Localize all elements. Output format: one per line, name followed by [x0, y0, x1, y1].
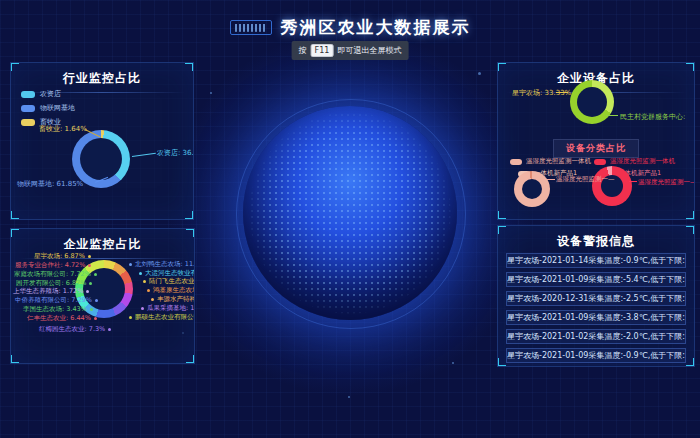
- alarm-row: 星宇农场-2021-01-02采集温度:-2.0℃,低于下限:0℃: [506, 329, 686, 344]
- corner-bracket: [497, 225, 506, 234]
- corner-bracket: [10, 62, 19, 71]
- alarm-row: 星宇农场-2021-01-09采集温度:-3.8℃,低于下限:0℃: [506, 310, 686, 325]
- chart-label: 仁丰生态农业: 6.44%: [27, 314, 97, 323]
- legend-swatch: [510, 159, 522, 165]
- f11-key: F11: [311, 44, 334, 57]
- leader-line: [547, 179, 555, 180]
- legend-item[interactable]: 温湿度光照监测一体机: [510, 157, 591, 166]
- chart-label: 家庭农场有限公司: 7.72%: [14, 270, 97, 279]
- chart-label: 温湿度光照监测一—: [556, 175, 615, 184]
- corner-bracket: [186, 228, 195, 237]
- corner-bracket: [686, 62, 695, 71]
- corner-bracket: [497, 358, 506, 367]
- corner-bracket: [185, 211, 194, 220]
- leader-line: [606, 115, 618, 116]
- chart-label: 鸿基原生态农场: 4.29%: [147, 286, 195, 295]
- chart-label: 上华生态养殖场: 1.72%: [13, 287, 89, 296]
- corner-bracket: [497, 211, 506, 220]
- legend-swatch: [21, 119, 35, 126]
- dashboard: 秀洲区农业大数据展示 按 F11 即可退出全屏模式 行业监控占比 农资店 物联网…: [0, 0, 700, 438]
- page-title: 秀洲区农业大数据展示: [281, 16, 471, 39]
- globe-dot-map: [249, 112, 451, 314]
- fullscreen-tip: 按 F11 即可退出全屏模式: [292, 41, 409, 60]
- chart-label: 温湿度光照监测一—: [638, 178, 695, 187]
- corner-bracket: [686, 225, 695, 234]
- legend-item[interactable]: 农资店: [21, 89, 75, 99]
- chart-label: 丰源水产特种养殖场: 1.: [151, 295, 195, 304]
- tip-text-prefix: 按: [299, 45, 307, 56]
- chart-label: 鹏硕生态农业有限公司: 6.87%: [129, 313, 195, 322]
- legend-label: 物联网基地: [40, 103, 75, 113]
- alarm-row: 星宇农场-2021-01-14采集温度:-0.9℃,低于下限:0℃: [506, 253, 686, 268]
- legend-swatch: [594, 159, 606, 165]
- legend-swatch: [21, 91, 35, 98]
- donut-hole: [522, 179, 542, 199]
- chart-label-store: 农资店: 36.51%: [157, 148, 194, 158]
- chart-label: 中侨养殖有限公司: 7.29%: [15, 296, 98, 305]
- header: 秀洲区农业大数据展示: [0, 16, 700, 39]
- corner-bracket: [10, 228, 19, 237]
- chart-label-xingyu: 星宇农场: 33.33%: [512, 88, 571, 98]
- chart-label-iot: 物联网基地: 61.85%: [17, 179, 83, 189]
- alarm-list: 星宇农场-2021-01-14采集温度:-0.9℃,低于下限:0℃ 星宇农场-2…: [506, 253, 686, 367]
- chart-label-minzhu: 民主村党群服务中心:: [620, 112, 685, 122]
- category-donut-left[interactable]: [514, 171, 550, 207]
- chart-label: 红梅园生态农业: 7.3%: [39, 325, 111, 334]
- legend-label: 温湿度光照监测一体机: [526, 157, 591, 166]
- donut-hole: [80, 138, 122, 180]
- chart-label: 星宇农场: 6.87%: [34, 252, 91, 261]
- corner-bracket: [686, 358, 695, 367]
- donut-hole: [577, 87, 607, 117]
- leader-line: [629, 181, 637, 182]
- category-subtitle: 设备分类占比: [553, 139, 639, 158]
- leader-line: [132, 153, 156, 157]
- logo-badge: [230, 20, 272, 35]
- corner-bracket: [185, 62, 194, 71]
- chart-label: 服务专业合作社: 4.72%: [15, 261, 91, 270]
- corner-bracket: [10, 355, 19, 364]
- corner-bracket: [10, 211, 19, 220]
- panel-title-enterprise: 企业监控占比: [11, 236, 194, 253]
- chart-label-livestock: 畜牧业: 1.64%: [39, 124, 87, 134]
- panel-enterprise-monitor: 企业监控占比 星宇农场: 6.87% 服务专业合作社: 4.72% 家庭农场有限…: [10, 228, 195, 364]
- panel-title-alarms: 设备警报信息: [498, 233, 694, 250]
- chart-label: 瓜果采摘基地: 15.02%: [141, 304, 195, 313]
- corner-bracket: [686, 211, 695, 220]
- particle-dot: [478, 72, 481, 75]
- legend-swatch: [21, 105, 35, 112]
- alarm-row: 星宇农场-2021-01-09采集温度:-5.4℃,低于下限:0℃: [506, 272, 686, 287]
- device-donut-chart[interactable]: [570, 80, 614, 124]
- panel-title-industry: 行业监控占比: [11, 70, 193, 87]
- panel-device-share: 企业设备占比 星宇农场: 33.33% 民主村党群服务中心: 设备分类占比 温湿…: [497, 62, 695, 220]
- category-donut-right[interactable]: [592, 166, 632, 206]
- alarm-row: 星宇农场-2020-12-31采集温度:-2.5℃,低于下限:0℃: [506, 291, 686, 306]
- panel-industry-monitor: 行业监控占比 农资店 物联网基地 畜牧业 畜牧业: 1.64% 农资店: 36.…: [10, 62, 194, 220]
- corner-bracket: [186, 355, 195, 364]
- chart-label: 李国生态农场: 3.43%: [23, 305, 93, 314]
- chart-label: 北刘鸭生态农场: 11.16%: [129, 260, 195, 269]
- legend-item[interactable]: 温湿度光照监测一体机: [594, 157, 675, 166]
- alarm-row: 星宇农场-2021-01-09采集温度:-0.9℃,低于下限:0℃: [506, 348, 686, 363]
- tip-text-suffix: 即可退出全屏模式: [337, 45, 401, 56]
- panel-device-alarms: 设备警报信息 星宇农场-2021-01-14采集温度:-0.9℃,低于下限:0℃…: [497, 225, 695, 367]
- chart-label: 陆门飞生态农业科技有限公: [143, 277, 195, 286]
- legend-label: 农资店: [40, 89, 61, 99]
- legend-label: 温湿度光照监测一体机: [610, 157, 675, 166]
- globe: [243, 106, 457, 320]
- legend-item[interactable]: 物联网基地: [21, 103, 75, 113]
- corner-bracket: [497, 62, 506, 71]
